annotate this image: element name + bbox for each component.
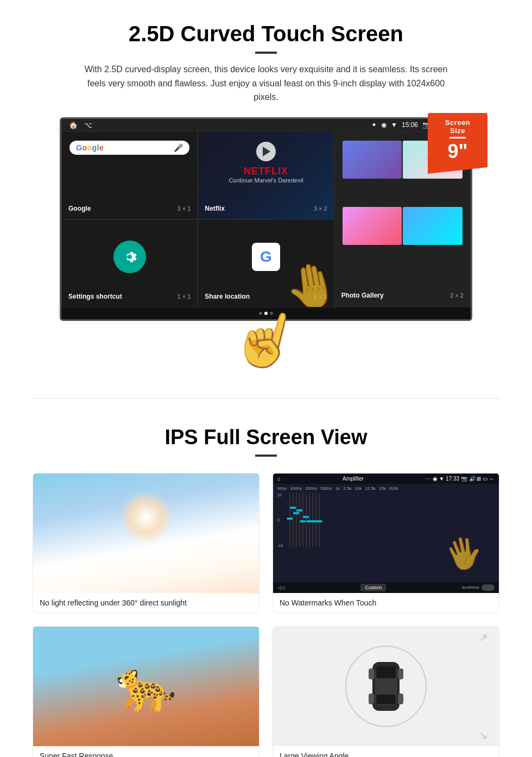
feature-grid: No light reflecting under 360° direct su…	[33, 473, 499, 757]
netflix-tile-footer: Netflix 3 × 2	[202, 201, 329, 215]
gear-icon	[120, 247, 140, 267]
section1-title: 2.5D Curved Touch Screen	[33, 22, 499, 46]
loudness-toggle-pill[interactable]	[482, 584, 495, 591]
section2-divider	[255, 455, 277, 457]
eq-slider-col-3	[296, 493, 297, 547]
touch-hand-icon: ☝	[225, 299, 307, 379]
cheetah-card: 🐆 Super Fast Response	[33, 626, 259, 757]
touch-hand-section: ☝	[33, 307, 499, 371]
netflix-tile-size: 3 × 2	[314, 205, 327, 212]
eq-track-2	[293, 493, 294, 547]
eq-caption: No Watermarks When Touch	[273, 593, 499, 613]
share-location-tile[interactable]: G 🤚 Share location 1 × 1	[198, 219, 334, 307]
eq-track-10	[319, 493, 320, 547]
eq-home-icon: ⌂	[277, 476, 281, 482]
eq-slider-col-10	[319, 493, 320, 547]
maps-g-letter: G	[260, 248, 272, 266]
section-separator	[33, 398, 499, 399]
netflix-tile-name: Netflix	[205, 205, 225, 212]
wifi-icon: ▼	[391, 121, 397, 129]
badge-label: Screen Size	[438, 118, 478, 135]
section1-divider	[255, 52, 277, 54]
svg-rect-3	[376, 695, 396, 704]
angle-arrow-1: ↗	[479, 631, 488, 644]
custom-button[interactable]: Custom	[360, 584, 386, 591]
badge-size: 9"	[438, 141, 478, 162]
settings-icon-wrap	[66, 224, 193, 289]
svg-rect-2	[376, 666, 396, 678]
app-grid: Google 🎤 Google 3 × 1	[61, 131, 471, 307]
gallery-tile-size: 2 × 2	[450, 292, 464, 299]
eq-track-3	[296, 493, 297, 547]
svg-rect-5	[398, 668, 403, 679]
google-tile-footer: Google 3 × 1	[66, 201, 193, 215]
location-icon: ◉	[381, 121, 387, 129]
eq-slider-area: 100-10	[273, 493, 499, 547]
bluetooth-icon: ✦	[371, 121, 377, 129]
eq-track-1	[289, 493, 290, 547]
google-search-bar[interactable]: Google 🎤	[69, 141, 189, 155]
cheetah-caption: Super Fast Response	[33, 746, 259, 757]
section-ips: IPS Full Screen View No light reflecting…	[0, 409, 532, 757]
cheetah-image: 🐆	[33, 627, 259, 746]
status-time: 15:06	[402, 121, 418, 129]
car-top-icon	[364, 651, 408, 722]
usb-icon: ⌥	[84, 121, 92, 129]
gallery-tile-footer: Photo Gallery 2 × 2	[339, 288, 466, 301]
google-tile[interactable]: Google 🎤 Google 3 × 1	[61, 131, 198, 219]
loudness-label: loudness	[462, 585, 479, 590]
google-tile-name: Google	[68, 205, 91, 212]
google-tile-inner: Google 🎤 Google 3 × 1	[62, 132, 197, 219]
share-location-inner: G 🤚 Share location 1 × 1	[198, 220, 333, 307]
car-card: ↗ ↘ Large Viewing Angle	[273, 626, 499, 757]
svg-rect-7	[398, 693, 403, 704]
section2-title: IPS Full Screen View	[33, 426, 499, 449]
section-curved-screen: 2.5D Curved Touch Screen With 2.5D curve…	[0, 0, 532, 387]
eq-slider-col-2	[293, 493, 294, 547]
cheetah-icon: 🐆	[116, 658, 176, 715]
settings-tile-footer: Settings shortcut 1 × 1	[66, 289, 193, 302]
angle-arrow-2: ↘	[479, 729, 488, 742]
mic-icon[interactable]: 🎤	[174, 143, 183, 152]
eq-footer: ◁◁ Custom loudness	[273, 582, 499, 593]
screen-mockup: Screen Size 9" 🏠 ⌥ ✦ ◉ ▼ 15:06 📷 🔊 ⊠	[60, 117, 472, 321]
settings-tile[interactable]: Settings shortcut 1 × 1	[61, 219, 198, 307]
car-image: ↗ ↘	[273, 627, 499, 746]
car-caption: Large Viewing Angle	[273, 746, 499, 757]
netflix-logo: NETFLIX	[244, 166, 288, 177]
play-button[interactable]	[256, 142, 276, 161]
settings-tile-name: Settings shortcut	[68, 293, 122, 300]
section1-description: With 2.5D curved-display screen, this de…	[81, 62, 451, 104]
gallery-item-2	[343, 207, 402, 245]
eq-thumb-10[interactable]	[316, 520, 322, 522]
gallery-tile-name: Photo Gallery	[341, 292, 384, 299]
netflix-tile[interactable]: NETFLIX Continue Marvel's Daredevil Netf…	[198, 131, 334, 219]
google-logo: Google	[76, 143, 104, 152]
eq-title: Amplifier	[343, 476, 364, 482]
maps-icon: G	[252, 243, 280, 271]
eq-slider-col-1	[289, 493, 290, 547]
google-tile-size: 3 × 1	[178, 205, 191, 212]
netflix-overlay: NETFLIX Continue Marvel's Daredevil	[202, 136, 329, 189]
eq-card: ⌂ Amplifier ⋯ ◉ ▼ 17:33 📷 🔊 ⊠ ▭ ← 60hz10…	[273, 473, 499, 613]
android-screen: 🏠 ⌥ ✦ ◉ ▼ 15:06 📷 🔊 ⊠ ▭	[60, 117, 472, 321]
loudness-toggle[interactable]: loudness	[462, 584, 495, 591]
eq-back-icon: ◁◁	[277, 585, 285, 590]
settings-circle	[113, 241, 146, 273]
settings-tile-size: 1 × 1	[178, 293, 191, 300]
sunlight-card: No light reflecting under 360° direct su…	[33, 473, 259, 613]
eq-screen: ⌂ Amplifier ⋯ ◉ ▼ 17:33 📷 🔊 ⊠ ▭ ← 60hz10…	[273, 474, 499, 593]
eq-band-labels: 60hz100hz200hz500hz1k2.5k10k12.5k15kSUB	[273, 484, 499, 493]
settings-tile-inner: Settings shortcut 1 × 1	[62, 220, 197, 307]
eq-header: ⌂ Amplifier ⋯ ◉ ▼ 17:33 📷 🔊 ⊠ ▭ ←	[273, 474, 499, 484]
eq-icons: ⋯ ◉ ▼ 17:33 📷 🔊 ⊠ ▭ ←	[426, 476, 495, 482]
eq-slider-col-5	[302, 493, 303, 547]
eq-db-labels: 100-10	[277, 493, 288, 547]
home-icon[interactable]: 🏠	[69, 121, 78, 129]
screen-size-badge: Screen Size 9"	[428, 113, 487, 168]
sunlight-caption: No light reflecting under 360° direct su…	[33, 593, 259, 613]
sky-image	[33, 474, 259, 593]
hand-pointing-icon: 🤚	[281, 257, 334, 307]
car-circle	[345, 646, 427, 727]
svg-rect-4	[369, 668, 374, 679]
